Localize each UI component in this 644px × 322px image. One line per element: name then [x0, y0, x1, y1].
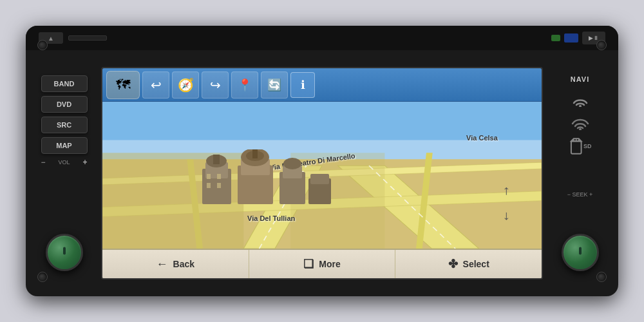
- volume-control: − VOL +: [41, 158, 88, 167]
- vol-label: VOL: [58, 159, 70, 166]
- src-button[interactable]: SRC: [41, 117, 88, 133]
- seek-label: − SEEK +: [567, 191, 593, 198]
- wifi-signal-1-btn[interactable]: [569, 91, 592, 109]
- top-bar: ▲ ▶⏸: [26, 26, 618, 50]
- car-unit: ▲ ▶⏸ BAND DVD SRC MAP − VOL +: [26, 26, 618, 296]
- screw-br: [596, 272, 607, 282]
- svg-text:↓: ↓: [502, 209, 510, 223]
- sd-card-icon: [569, 137, 583, 155]
- screw-bl: [37, 272, 48, 282]
- navi-label: NAVI: [571, 75, 589, 83]
- bottom-nav-bar: ← Back ❏ More ✤ Select: [102, 249, 542, 278]
- screen: 🗺 ↩ 🧭 ↪ 📍 🔄 ℹ: [101, 67, 543, 279]
- vol-minus-icon[interactable]: −: [41, 158, 46, 167]
- cd-slot: [68, 35, 107, 41]
- compass-btn[interactable]: 🧭: [172, 71, 199, 99]
- main-body: BAND DVD SRC MAP − VOL + 🗺 ↩ 🧭 ↪ 📍: [26, 50, 618, 296]
- buildings-group: [199, 149, 341, 207]
- top-bar-center: ▲: [39, 32, 107, 44]
- select-button[interactable]: ✤ Select: [395, 250, 542, 278]
- turn-back-btn[interactable]: ↩: [142, 71, 169, 99]
- svg-point-33: [579, 105, 582, 107]
- svg-point-26: [283, 158, 301, 169]
- more-button[interactable]: ❏ More: [249, 250, 396, 278]
- wifi-icon-1: [571, 93, 589, 107]
- svg-point-34: [579, 128, 582, 130]
- svg-rect-23: [252, 149, 258, 158]
- info-btn[interactable]: ℹ: [290, 72, 315, 98]
- more-icon: ❏: [303, 257, 314, 271]
- wifi-icon-2: [571, 116, 589, 130]
- location-btn[interactable]: 📍: [231, 71, 258, 99]
- map-display[interactable]: ↑ ↓ Via Del Teatro Di Marcello Via Celsa…: [102, 102, 542, 249]
- band-button[interactable]: BAND: [41, 75, 88, 92]
- right-panel: NAVI: [549, 70, 611, 276]
- recalculate-btn[interactable]: 🔄: [261, 71, 288, 99]
- left-knob[interactable]: [46, 234, 83, 271]
- map-button[interactable]: MAP: [41, 137, 88, 154]
- wifi-signal-2-btn[interactable]: [569, 114, 592, 132]
- map-overview-btn[interactable]: 🗺: [106, 71, 140, 99]
- turn-forward-btn[interactable]: ↪: [202, 71, 229, 99]
- seek-group: − SEEK +: [567, 191, 593, 198]
- green-indicator: [551, 35, 560, 41]
- svg-rect-18: [213, 155, 220, 164]
- vol-plus-icon[interactable]: +: [82, 158, 87, 167]
- svg-rect-32: [217, 183, 221, 188]
- buildings-svg: [199, 149, 341, 207]
- screw-tr: [596, 40, 607, 50]
- back-arrow-icon: ←: [156, 258, 168, 271]
- svg-rect-30: [217, 174, 221, 179]
- more-label: More: [319, 259, 340, 269]
- back-label: Back: [173, 259, 194, 269]
- svg-text:↑: ↑: [502, 183, 510, 197]
- svg-rect-31: [207, 183, 211, 188]
- back-button[interactable]: ← Back: [102, 250, 249, 278]
- left-button-group: BAND DVD SRC MAP − VOL +: [33, 75, 95, 167]
- left-panel: BAND DVD SRC MAP − VOL +: [33, 70, 95, 276]
- sd-card-btn[interactable]: SD: [569, 137, 592, 155]
- select-label: Select: [463, 259, 489, 269]
- sd-label: SD: [583, 143, 592, 149]
- right-top: NAVI: [569, 75, 592, 155]
- blue-indicator: [564, 33, 578, 43]
- svg-rect-28: [310, 174, 329, 184]
- svg-rect-29: [207, 174, 211, 179]
- screw-tl: [37, 40, 48, 50]
- dvd-button[interactable]: DVD: [41, 96, 88, 113]
- select-icon: ✤: [448, 257, 458, 271]
- right-icons: SD: [569, 91, 592, 155]
- right-knob[interactable]: [562, 234, 599, 271]
- nav-toolbar: 🗺 ↩ 🧭 ↪ 📍 🔄 ℹ: [102, 68, 542, 102]
- svg-rect-35: [571, 141, 581, 154]
